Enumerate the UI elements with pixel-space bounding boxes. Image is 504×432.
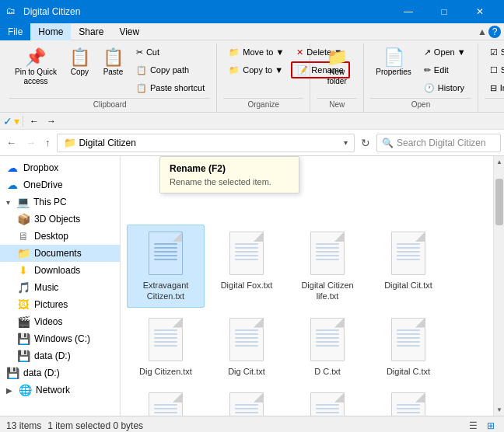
paste-shortcut-icon: 📋 bbox=[136, 83, 147, 93]
sidebar-label-documents: Documents bbox=[34, 248, 82, 259]
large-icons-view-button[interactable]: ⊞ bbox=[484, 419, 498, 433]
file-item-digital-cit[interactable]: Digital Cit.txt bbox=[369, 225, 447, 308]
copy-to-button[interactable]: 📁 Copy to ▼ bbox=[223, 61, 289, 78]
forward-button[interactable]: → bbox=[23, 134, 39, 152]
pin-quick-access-button[interactable]: 📌 Pin to Quickaccess bbox=[9, 44, 62, 90]
file-item-digital-citizen-life[interactable]: Digital Citizen life.txt bbox=[289, 225, 366, 308]
right-scrollbar[interactable]: ▲ ▼ bbox=[493, 156, 504, 416]
open-icon: ↗ bbox=[424, 47, 431, 57]
edit-icon: ✏ bbox=[424, 65, 431, 75]
up-button[interactable]: ↑ bbox=[42, 134, 54, 152]
file-name-digital-citizen-life: Digital Citizen life.txt bbox=[294, 280, 361, 302]
sidebar-label-videos: Videos bbox=[34, 316, 62, 327]
organize-content: 📁 Move to ▼ 📁 Copy to ▼ ✕ Delete ▼ 📝 Ren… bbox=[223, 44, 303, 96]
file-item-dig-cit[interactable]: Dig Cit.txt bbox=[208, 311, 285, 382]
file-item-d-c[interactable]: D C.txt bbox=[289, 311, 366, 382]
app-title: Digital Citizen bbox=[23, 6, 390, 17]
file-icon-dgtl-ctzn bbox=[228, 391, 265, 416]
select-none-button[interactable]: ☐ Select none bbox=[485, 61, 504, 78]
history-button[interactable]: 🕐 History bbox=[418, 79, 471, 96]
this-pc-icon: 💻 bbox=[16, 196, 29, 208]
file-icon-d-c bbox=[309, 316, 346, 363]
window-controls: — □ ✕ bbox=[390, 0, 498, 23]
sidebar-item-videos[interactable]: 🎬 Videos bbox=[0, 313, 120, 330]
ribbon-group-open: 📄 Properties ↗ Open ▼ ✏ Edit 🕐 History O… bbox=[364, 44, 478, 112]
select-none-icon: ☐ bbox=[490, 65, 498, 75]
pin-icon: 📌 bbox=[25, 47, 46, 68]
file-item-dig-citizen[interactable]: Dig Citizen.txt bbox=[127, 311, 205, 382]
select-label: Select bbox=[485, 98, 504, 109]
paste-shortcut-button[interactable]: 📋 Paste shortcut bbox=[131, 79, 210, 96]
minimize-button[interactable]: — bbox=[390, 0, 426, 23]
file-item-d-citizen[interactable]: D Citizen.txt bbox=[127, 385, 205, 416]
ribbon-collapse-icon[interactable]: ▲ bbox=[478, 26, 487, 37]
open-content: 📄 Properties ↗ Open ▼ ✏ Edit 🕐 History bbox=[370, 44, 471, 96]
sidebar-item-downloads[interactable]: ⬇ Downloads bbox=[0, 262, 120, 279]
file-item-extravagant[interactable]: Extravagant Citizen.txt bbox=[127, 225, 205, 308]
close-button[interactable]: ✕ bbox=[462, 0, 498, 23]
file-item-digital-ctzn[interactable]: Digital Ctzn.txt bbox=[369, 385, 447, 416]
sidebar-label-music: Music bbox=[34, 282, 58, 293]
search-bar[interactable]: 🔍 Search Digital Citizen bbox=[376, 134, 501, 152]
menu-share[interactable]: Share bbox=[71, 23, 111, 40]
file-item-dgtl-citizen[interactable]: Dgtl Citizen.txt bbox=[289, 385, 366, 416]
scroll-up-arrow[interactable]: ▲ bbox=[494, 156, 504, 168]
file-icon-dig-cit bbox=[228, 316, 265, 363]
sidebar-item-documents[interactable]: 📁 Documents bbox=[0, 245, 120, 262]
menu-home[interactable]: Home bbox=[30, 23, 71, 40]
refresh-button[interactable]: ↻ bbox=[358, 135, 373, 151]
sidebar-item-desktop[interactable]: 🖥 Desktop bbox=[0, 228, 120, 245]
properties-icon: 📄 bbox=[383, 47, 404, 68]
invert-selection-button[interactable]: ⊟ Invert selection bbox=[485, 79, 504, 96]
copy-path-button[interactable]: 📋 Copy path bbox=[131, 61, 210, 78]
videos-icon: 🎬 bbox=[17, 315, 30, 328]
qa-left-button[interactable]: ← bbox=[26, 115, 42, 127]
file-icon-digital-citizen-life bbox=[309, 230, 346, 277]
tooltip-description: Rename the selected item. bbox=[170, 177, 289, 186]
nav-folder-icon: 📁 bbox=[64, 137, 76, 148]
address-dropdown-icon[interactable]: ▾ bbox=[344, 138, 348, 147]
sidebar-item-pictures[interactable]: 🖼 Pictures bbox=[0, 296, 120, 313]
downloads-icon: ⬇ bbox=[17, 264, 30, 277]
maximize-button[interactable]: □ bbox=[426, 0, 462, 23]
sidebar-item-data-d-1[interactable]: 💾 data (D:) bbox=[0, 347, 120, 364]
sidebar-item-onedrive[interactable]: ☁ OneDrive bbox=[0, 176, 120, 193]
properties-button[interactable]: 📄 Properties bbox=[370, 44, 417, 80]
cut-button[interactable]: ✂ Cut bbox=[131, 44, 210, 61]
scroll-thumb[interactable] bbox=[495, 179, 503, 225]
new-folder-button[interactable]: 📁 Newfolder bbox=[317, 44, 357, 90]
title-bar: 🗂 Digital Citizen — □ ✕ bbox=[0, 0, 504, 23]
details-view-button[interactable]: ☰ bbox=[466, 419, 481, 433]
checkmark-icon: ✓ bbox=[3, 115, 12, 127]
sidebar-label-dropbox: Dropbox bbox=[23, 162, 58, 173]
sidebar-item-3d-objects[interactable]: 📦 3D Objects bbox=[0, 211, 120, 228]
ribbon: 📌 Pin to Quickaccess 📋 Copy 📋 Paste ✂ Cu… bbox=[0, 40, 504, 113]
select-all-button[interactable]: ☑ Select all bbox=[485, 44, 504, 61]
file-name-d-c: D C.txt bbox=[314, 366, 341, 377]
help-icon[interactable]: ? bbox=[488, 26, 501, 38]
clipboard-content: 📌 Pin to Quickaccess 📋 Copy 📋 Paste ✂ Cu… bbox=[9, 44, 210, 96]
sidebar-item-network[interactable]: ▶ 🌐 Network bbox=[0, 381, 120, 399]
sidebar-item-music[interactable]: 🎵 Music bbox=[0, 279, 120, 296]
address-bar[interactable]: 📁 Digital Citizen ▾ bbox=[57, 134, 355, 152]
back-button[interactable]: ← bbox=[3, 134, 19, 152]
scroll-down-arrow[interactable]: ▼ bbox=[494, 404, 504, 416]
copy-button[interactable]: 📋 Copy bbox=[64, 44, 96, 80]
menu-view[interactable]: View bbox=[111, 23, 147, 40]
open-button[interactable]: ↗ Open ▼ bbox=[418, 44, 471, 61]
sidebar-label-pictures: Pictures bbox=[34, 299, 68, 310]
move-to-button[interactable]: 📁 Move to ▼ bbox=[223, 44, 289, 61]
sidebar-label-data-d-2: data (D:) bbox=[23, 368, 60, 378]
file-item-digital-c[interactable]: Digital C.txt bbox=[369, 311, 447, 382]
sidebar-item-windows-c[interactable]: 💾 Windows (C:) bbox=[0, 330, 120, 347]
file-item-dgtl-ctzn[interactable]: Dgtl Ctzn.txt bbox=[208, 385, 285, 416]
documents-icon: 📁 bbox=[17, 247, 30, 260]
sidebar-item-dropbox[interactable]: ☁ Dropbox bbox=[0, 159, 120, 176]
sidebar-item-data-d-2[interactable]: 💾 data (D:) bbox=[0, 364, 120, 381]
paste-button[interactable]: 📋 Paste bbox=[97, 44, 129, 80]
edit-button[interactable]: ✏ Edit bbox=[418, 61, 471, 78]
menu-file[interactable]: File bbox=[0, 23, 30, 40]
file-item-digital-fox[interactable]: Digital Fox.txt bbox=[208, 225, 285, 308]
qa-right-button[interactable]: → bbox=[44, 115, 59, 127]
sidebar-item-this-pc[interactable]: ▾ 💻 This PC bbox=[0, 193, 120, 211]
